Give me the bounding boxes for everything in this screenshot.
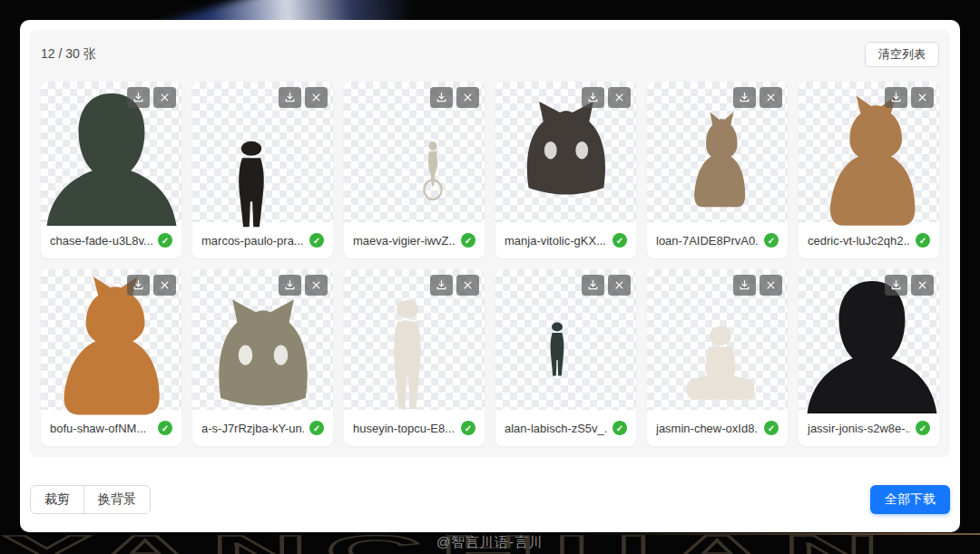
download-image-button[interactable] xyxy=(430,87,453,108)
image-filename: jasmin-chew-oxId8... xyxy=(656,422,759,435)
download-icon xyxy=(587,92,599,103)
image-card: alan-labisch-zS5v_... ✓ xyxy=(495,269,636,446)
filename-bar: marcos-paulo-pra... ✓ xyxy=(192,222,333,258)
image-filename: a-s-J7rRzjba-kY-un... xyxy=(201,422,304,435)
cutout-subject-image xyxy=(226,141,277,228)
remove-image-button[interactable] xyxy=(911,87,934,108)
watermark-text: @智言川语-言川 xyxy=(0,534,980,551)
image-filename: maeva-vigier-iwvZ... xyxy=(353,234,456,248)
download-image-button[interactable] xyxy=(885,87,907,108)
image-thumbnail[interactable] xyxy=(192,82,333,222)
download-image-button[interactable] xyxy=(279,87,301,108)
download-icon xyxy=(436,279,447,291)
remove-image-button[interactable] xyxy=(608,87,631,108)
crop-button[interactable]: 裁剪 xyxy=(30,485,84,514)
image-filename: jassir-jonis-s2w8e-... xyxy=(808,422,910,435)
screen: YANCHUAN 12 / 30 张 清空列表 xyxy=(0,0,980,554)
success-check-icon: ✓ xyxy=(916,233,930,248)
download-image-button[interactable] xyxy=(127,87,150,108)
image-thumbnail[interactable] xyxy=(344,269,485,410)
image-thumbnail[interactable] xyxy=(647,269,788,410)
download-image-button[interactable] xyxy=(430,275,453,296)
remove-image-button[interactable] xyxy=(456,87,479,108)
image-card: jassir-jonis-s2w8e-... ✓ xyxy=(799,269,939,446)
success-check-icon: ✓ xyxy=(764,421,779,435)
card-actions xyxy=(582,275,631,296)
success-check-icon: ✓ xyxy=(612,421,627,435)
image-thumbnail[interactable] xyxy=(799,269,939,410)
image-thumbnail[interactable] xyxy=(495,269,636,410)
cutout-subject-image xyxy=(419,141,446,201)
download-icon xyxy=(587,279,599,291)
card-actions xyxy=(733,87,782,108)
results-area: 12 / 30 张 清空列表 chase-fade-u xyxy=(30,30,950,457)
download-icon xyxy=(739,279,750,291)
card-actions xyxy=(430,87,479,108)
clear-list-button[interactable]: 清空列表 xyxy=(865,42,939,67)
download-icon xyxy=(132,92,144,103)
close-icon xyxy=(613,92,625,103)
remove-image-button[interactable] xyxy=(153,275,176,296)
filename-bar: alan-labisch-zS5v_... ✓ xyxy=(495,410,636,446)
close-icon xyxy=(462,279,474,291)
image-thumbnail[interactable] xyxy=(41,269,181,410)
success-check-icon: ✓ xyxy=(158,421,172,435)
image-card: chase-fade-u3L8v... ✓ xyxy=(41,82,181,258)
remove-image-button[interactable] xyxy=(911,275,934,296)
filename-bar: loan-7AIDE8PrvA0... ✓ xyxy=(647,222,788,258)
panel-footer: 裁剪 换背景 全部下载 xyxy=(30,485,950,514)
image-thumbnail[interactable] xyxy=(344,82,485,222)
close-icon xyxy=(613,279,625,291)
image-filename: bofu-shaw-ofNM... xyxy=(50,422,152,435)
remove-image-button[interactable] xyxy=(760,87,782,108)
image-thumbnail[interactable] xyxy=(647,82,788,222)
download-image-button[interactable] xyxy=(885,275,907,296)
download-image-button[interactable] xyxy=(279,275,301,296)
remove-image-button[interactable] xyxy=(608,275,631,296)
image-filename: manja-vitolic-gKX... xyxy=(505,234,607,248)
close-icon xyxy=(916,92,928,103)
card-actions xyxy=(127,275,176,296)
success-check-icon: ✓ xyxy=(309,421,324,435)
remove-image-button[interactable] xyxy=(153,87,176,108)
results-header: 12 / 30 张 清空列表 xyxy=(41,41,939,68)
success-check-icon: ✓ xyxy=(764,233,779,248)
download-image-button[interactable] xyxy=(733,87,756,108)
download-image-button[interactable] xyxy=(582,275,604,296)
download-image-button[interactable] xyxy=(127,275,150,296)
download-all-button[interactable]: 全部下载 xyxy=(870,485,950,514)
image-card: manja-vitolic-gKX... ✓ xyxy=(495,82,636,258)
cutout-subject-image xyxy=(204,295,322,408)
image-card: huseyin-topcu-E8... ✓ xyxy=(344,269,485,446)
image-thumbnail[interactable] xyxy=(799,82,939,222)
remove-image-button[interactable] xyxy=(760,275,782,296)
cutout-subject-image xyxy=(43,88,181,226)
image-thumbnail[interactable] xyxy=(495,82,636,222)
card-actions xyxy=(733,275,782,296)
close-icon xyxy=(462,92,474,103)
image-thumbnail[interactable] xyxy=(192,269,333,410)
image-card: jasmin-chew-oxId8... ✓ xyxy=(647,269,788,446)
card-actions xyxy=(279,87,328,108)
edit-actions-group: 裁剪 换背景 xyxy=(30,485,151,514)
image-filename: alan-labisch-zS5v_... xyxy=(505,422,607,435)
remove-image-button[interactable] xyxy=(305,275,328,296)
close-icon xyxy=(916,279,928,291)
filename-bar: cedric-vt-luJc2qh2... ✓ xyxy=(799,222,939,258)
download-image-button[interactable] xyxy=(733,275,756,296)
image-thumbnail[interactable] xyxy=(41,82,181,222)
filename-bar: manja-vitolic-gKX... ✓ xyxy=(495,222,636,258)
image-filename: huseyin-topcu-E8... xyxy=(353,422,456,435)
download-image-button[interactable] xyxy=(582,87,604,108)
cutout-subject-image xyxy=(514,97,618,197)
card-actions xyxy=(127,87,176,108)
filename-bar: huseyin-topcu-E8... ✓ xyxy=(344,410,485,446)
success-check-icon: ✓ xyxy=(916,421,930,435)
change-background-button[interactable]: 换背景 xyxy=(83,485,151,514)
close-icon xyxy=(310,279,322,291)
remove-image-button[interactable] xyxy=(456,275,479,296)
remove-image-button[interactable] xyxy=(305,87,328,108)
close-icon xyxy=(765,92,777,103)
download-icon xyxy=(132,279,144,291)
image-card: a-s-J7rRzjba-kY-un... ✓ xyxy=(192,269,333,446)
